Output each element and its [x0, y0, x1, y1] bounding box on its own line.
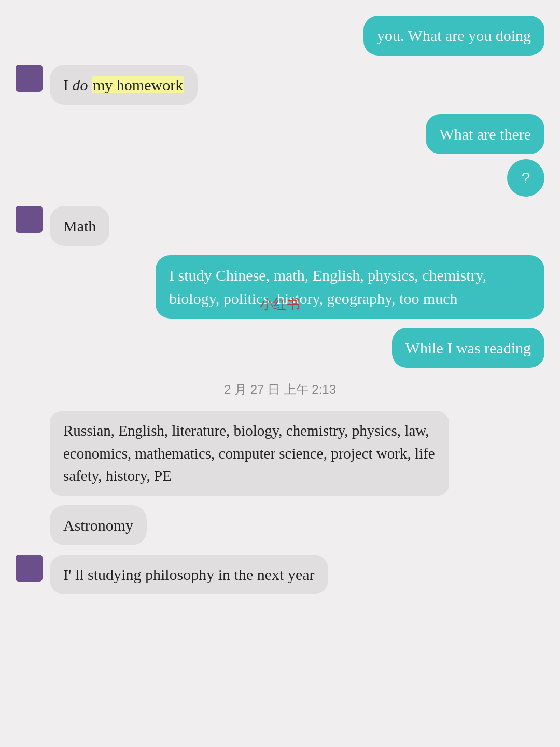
- bubble-teal: I study Chinese, math, English, physics,…: [156, 255, 544, 319]
- bubble-gray: I' ll studying philosophy in the next ye…: [50, 555, 328, 594]
- avatar: [16, 206, 43, 233]
- message-row: Astronomy: [16, 505, 544, 545]
- message-row: I do my homework: [16, 65, 544, 105]
- bubble-gray: I do my homework: [50, 65, 198, 105]
- message-row: I' ll studying philosophy in the next ye…: [16, 555, 544, 594]
- avatar: [16, 555, 43, 582]
- right-bubble-group: What are there ?: [16, 114, 544, 197]
- bubble-teal: you. What are you doing: [363, 16, 544, 56]
- bubble-teal-small: ?: [507, 159, 544, 197]
- timestamp: 2 月 27 日 上午 2:13: [16, 381, 544, 398]
- avatar: [16, 65, 43, 92]
- bubble-teal: While I was reading: [392, 328, 544, 368]
- bubble-gray: Math: [50, 206, 109, 246]
- bubble-teal: What are there: [426, 114, 544, 154]
- highlight-text: my homework: [92, 76, 184, 93]
- bubble-gray-large: Russian, English, literature, biology, c…: [50, 411, 449, 496]
- message-row: Russian, English, literature, biology, c…: [16, 411, 544, 496]
- message-row: I study Chinese, math, English, physics,…: [16, 255, 544, 319]
- message-row: Math: [16, 206, 544, 246]
- message-row: While I was reading: [16, 328, 544, 368]
- bubble-gray: Astronomy: [50, 505, 147, 545]
- chat-container: you. What are you doing I do my homework…: [0, 10, 560, 600]
- message-row: you. What are you doing: [16, 16, 544, 56]
